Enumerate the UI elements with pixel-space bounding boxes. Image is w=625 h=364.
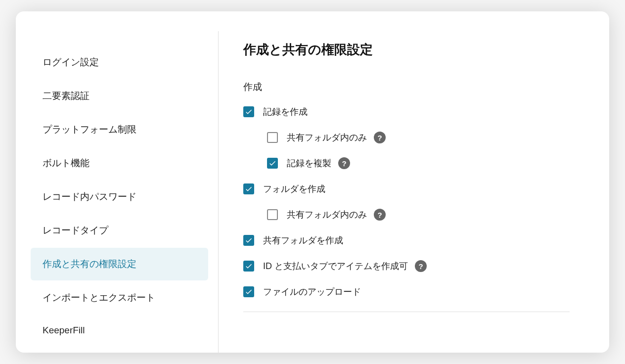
label-create-id-payment: ID と支払いタブでアイテムを作成可 <box>263 260 408 272</box>
check-icon <box>245 236 253 244</box>
option-file-upload: ファイルのアップロード <box>243 286 570 298</box>
page-title: 作成と共有の権限設定 <box>243 41 570 58</box>
check-icon <box>245 288 253 296</box>
checkbox-shared-folder-only-1[interactable] <box>267 132 278 143</box>
sidebar-item-record-type[interactable]: レコードタイプ <box>31 214 208 247</box>
sidebar-item-keeperfill[interactable]: KeeperFill <box>31 315 208 346</box>
check-icon <box>268 159 276 167</box>
label-duplicate-record: 記録を複製 <box>287 157 331 169</box>
checkbox-create-folder[interactable] <box>243 183 254 194</box>
label-create-shared-folder: 共有フォルダを作成 <box>263 234 343 246</box>
sidebar-item-vault-features[interactable]: ボルト機能 <box>31 147 208 180</box>
label-create-folder: フォルダを作成 <box>263 183 325 195</box>
option-create-folder: フォルダを作成 <box>243 183 570 195</box>
section-label-create: 作成 <box>243 81 570 93</box>
sidebar-item-create-share-permissions[interactable]: 作成と共有の権限設定 <box>31 248 208 280</box>
help-icon[interactable]: ? <box>374 132 386 143</box>
label-shared-folder-only-1: 共有フォルダ内のみ <box>287 132 367 143</box>
checkbox-create-shared-folder[interactable] <box>243 235 254 246</box>
label-create-record: 記録を作成 <box>263 106 308 118</box>
check-icon <box>245 262 253 270</box>
sidebar-item-record-password[interactable]: レコード内パスワード <box>31 181 208 213</box>
sidebar-item-import-export[interactable]: インポートとエクスポート <box>31 281 208 314</box>
checkbox-duplicate-record[interactable] <box>267 158 278 169</box>
option-create-id-payment: ID と支払いタブでアイテムを作成可 ? <box>243 260 570 272</box>
divider <box>243 312 570 312</box>
option-shared-folder-only-2: 共有フォルダ内のみ ? <box>267 209 570 221</box>
help-icon[interactable]: ? <box>374 209 386 221</box>
checkbox-create-id-payment[interactable] <box>243 261 254 272</box>
sidebar-item-two-factor[interactable]: 二要素認証 <box>31 80 208 112</box>
help-icon[interactable]: ? <box>338 157 350 169</box>
settings-panel: ログイン設定 二要素認証 プラットフォーム制限 ボルト機能 レコード内パスワード… <box>16 11 609 353</box>
option-create-shared-folder: 共有フォルダを作成 <box>243 234 570 246</box>
option-shared-folder-only-1: 共有フォルダ内のみ ? <box>267 132 570 143</box>
help-icon[interactable]: ? <box>415 260 427 272</box>
checkbox-create-record[interactable] <box>243 106 254 117</box>
checkbox-shared-folder-only-2[interactable] <box>267 209 278 220</box>
option-create-record: 記録を作成 <box>243 106 570 118</box>
label-file-upload: ファイルのアップロード <box>263 286 361 298</box>
sidebar-item-platform-restrictions[interactable]: プラットフォーム制限 <box>31 113 208 146</box>
sidebar-item-login-settings[interactable]: ログイン設定 <box>31 46 208 79</box>
main-content: 作成と共有の権限設定 作成 記録を作成 共有フォルダ内のみ ? 記録を複製 ? … <box>219 31 594 353</box>
option-duplicate-record: 記録を複製 ? <box>267 157 570 169</box>
checkbox-file-upload[interactable] <box>243 286 254 297</box>
check-icon <box>245 108 253 116</box>
check-icon <box>245 185 253 193</box>
sidebar: ログイン設定 二要素認証 プラットフォーム制限 ボルト機能 レコード内パスワード… <box>31 31 219 353</box>
label-shared-folder-only-2: 共有フォルダ内のみ <box>287 209 367 221</box>
